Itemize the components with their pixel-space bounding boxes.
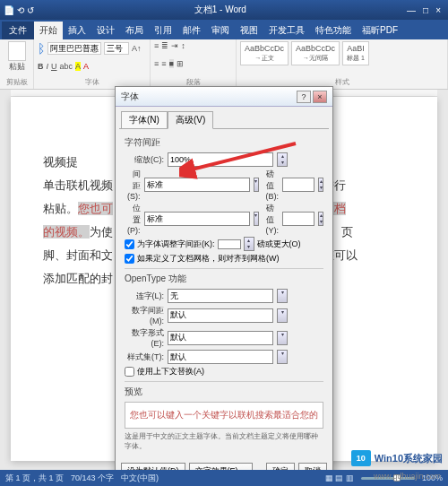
tab-references[interactable]: 引用 — [149, 22, 177, 39]
spacing-select[interactable] — [144, 178, 250, 192]
dialog-tab-advanced[interactable]: 高级(V) — [168, 111, 213, 129]
label-ligatures: 连字(L): — [125, 291, 164, 302]
status-language[interactable]: 中文(中国) — [121, 473, 159, 484]
tab-view[interactable]: 视图 — [235, 22, 263, 39]
font-dialog: 字体 ? × 字体(N) 高级(V) 字符间距 缩放(C): ▴▾ 间距(S):… — [115, 86, 333, 484]
align-center-button[interactable]: ≡ — [161, 59, 166, 68]
tab-review[interactable]: 审阅 — [206, 22, 235, 39]
dialog-help-button[interactable]: ? — [297, 91, 311, 103]
label-scale: 缩放(C): — [125, 154, 164, 166]
kerning-checkbox[interactable] — [125, 239, 134, 249]
text: 粘贴。 — [43, 202, 78, 215]
tab-special[interactable]: 特色功能 — [310, 22, 357, 39]
paste-label: 粘贴 — [4, 61, 30, 73]
view-mode-icons[interactable]: ▦ ▤ ▥ — [325, 473, 354, 482]
tab-developer[interactable]: 开发工具 — [263, 22, 310, 39]
minimize-button[interactable]: — — [407, 5, 416, 15]
spacing-dd[interactable]: ▾ — [254, 178, 259, 192]
section-spacing: 字符间距 — [125, 136, 323, 149]
font-size-select[interactable] — [104, 42, 129, 55]
label-spacing: 间距(S): — [125, 169, 141, 201]
text-highlighted: 您也可 — [78, 202, 113, 215]
label-grid: 如果定义了文档网格，则对齐到网格(W) — [137, 253, 280, 265]
tab-insert[interactable]: 插入 — [63, 22, 91, 39]
ribbon-group-paragraph: ≡ ≣ ⇥ ↕ ≡ ≡ ■ ⊞ 段落 — [151, 39, 237, 89]
section-preview: 预览 — [125, 386, 323, 398]
bluetooth-icon: ᛒ — [38, 41, 45, 56]
position-dd[interactable]: ▾ — [254, 212, 259, 226]
spacing-points-input[interactable] — [282, 178, 314, 192]
status-words[interactable]: 70/143 个字 — [71, 473, 114, 484]
highlight-button[interactable]: A — [75, 62, 81, 71]
kerning-spin[interactable]: ▴▾ — [244, 237, 254, 251]
dialog-tab-font[interactable]: 字体(N) — [121, 111, 168, 129]
numform-select[interactable] — [168, 331, 273, 345]
text: 视频提 — [43, 155, 78, 169]
dialog-close-button[interactable]: × — [313, 91, 327, 103]
dialog-tabs: 字体(N) 高级(V) — [116, 107, 332, 128]
numspacing-select[interactable] — [168, 308, 273, 323]
section-opentype: OpenType 功能 — [125, 273, 323, 285]
file-tab[interactable]: 文件 — [2, 22, 34, 39]
preview-note: 这是用于中文的正文主题字体。当前文档主题定义将使用哪种字体。 — [125, 431, 323, 451]
position-points-spin[interactable]: ▴▾ — [318, 212, 323, 226]
bullets-button[interactable]: ≡ — [154, 41, 159, 50]
tab-design[interactable]: 设计 — [91, 22, 120, 39]
preview-box: 您也可以键入一个关键字以联机搜索最适合您的 — [125, 402, 323, 429]
context-checkbox[interactable] — [125, 367, 134, 377]
style-nospacing[interactable]: AaBbCcDc→无间隔 — [291, 41, 340, 65]
watermark-url: www.qdhuajin.com — [374, 472, 441, 481]
scale-select[interactable] — [168, 152, 273, 167]
style-heading1[interactable]: AaBI标题 1 — [342, 41, 369, 65]
grid-checkbox[interactable] — [125, 254, 134, 264]
tab-foxit[interactable]: 福昕PDF — [357, 22, 403, 39]
label-styleset: 样式集(T): — [125, 351, 164, 363]
font-color-button[interactable]: A — [83, 62, 89, 71]
style-normal[interactable]: AaBbCcDc→正文 — [240, 41, 289, 65]
ligatures-select[interactable] — [168, 289, 273, 303]
scale-spin[interactable]: ▴▾ — [277, 152, 288, 167]
label-kerning: 为字体调整字间距(K): — [137, 239, 215, 250]
bold-button[interactable]: B — [38, 62, 44, 71]
ribbon-group-clipboard: 粘贴 剪贴板 — [0, 39, 34, 89]
tab-layout[interactable]: 布局 — [120, 22, 149, 39]
label-points2: 磅值(Y): — [266, 203, 280, 235]
maximize-button[interactable]: □ — [423, 5, 428, 15]
text-highlighted: 的视频。 — [43, 225, 90, 239]
numform-dd[interactable]: ▾ — [277, 331, 288, 345]
borders-button[interactable]: ⊞ — [177, 59, 184, 68]
dialog-title: 字体 — [121, 91, 139, 103]
styleset-select[interactable] — [168, 350, 273, 364]
ribbon-group-font: ᛒ A↑ B I U abc A A 字体 — [34, 39, 151, 89]
clipboard-group-label: 剪贴板 — [4, 77, 30, 87]
tab-mailings[interactable]: 邮件 — [177, 22, 206, 39]
styset-dd[interactable]: ▾ — [277, 350, 288, 364]
italic-button[interactable]: I — [47, 62, 49, 71]
document-title: 文档1 - Word — [34, 4, 408, 16]
spacing-points-spin[interactable]: ▴▾ — [318, 178, 323, 192]
preview-text: 您也可以键入一个关键字以联机搜索最适合您的 — [130, 409, 318, 421]
status-page[interactable]: 第 1 页，共 1 页 — [5, 473, 64, 484]
close-button[interactable]: × — [435, 5, 441, 15]
font-name-select[interactable] — [47, 42, 101, 55]
ribbon-group-styles: AaBbCcDc→正文 AaBbCcDc→无间隔 AaBI标题 1 样式 — [237, 39, 448, 89]
numsp-dd[interactable]: ▾ — [277, 308, 288, 323]
increase-font-icon[interactable]: A↑ — [132, 44, 142, 53]
position-points-input[interactable] — [282, 212, 314, 226]
sort-button[interactable]: ↕ — [181, 41, 185, 50]
underline-button[interactable]: U — [51, 62, 57, 71]
align-left-button[interactable]: ≡ — [154, 59, 159, 68]
ribbon: 粘贴 剪贴板 ᛒ A↑ B I U abc A A 字体 ≡ ≣ ⇥ ↕ ≡ ≡ — [0, 39, 448, 90]
tab-home[interactable]: 开始 — [34, 22, 63, 39]
position-select[interactable] — [144, 212, 250, 226]
numbering-button[interactable]: ≣ — [161, 41, 168, 50]
paste-button[interactable]: 粘贴 — [4, 41, 30, 73]
dialog-titlebar[interactable]: 字体 ? × — [116, 87, 332, 107]
shading-button[interactable]: ■ — [169, 59, 174, 68]
kerning-input[interactable] — [218, 239, 241, 249]
quick-access[interactable]: 📄 ⟲ ↺ — [4, 5, 34, 15]
indent-button[interactable]: ⇥ — [171, 41, 178, 50]
lig-dd[interactable]: ▾ — [277, 289, 288, 303]
strike-button[interactable]: abc — [60, 62, 73, 71]
label-kerning-unit: 磅或更大(O) — [257, 239, 301, 250]
